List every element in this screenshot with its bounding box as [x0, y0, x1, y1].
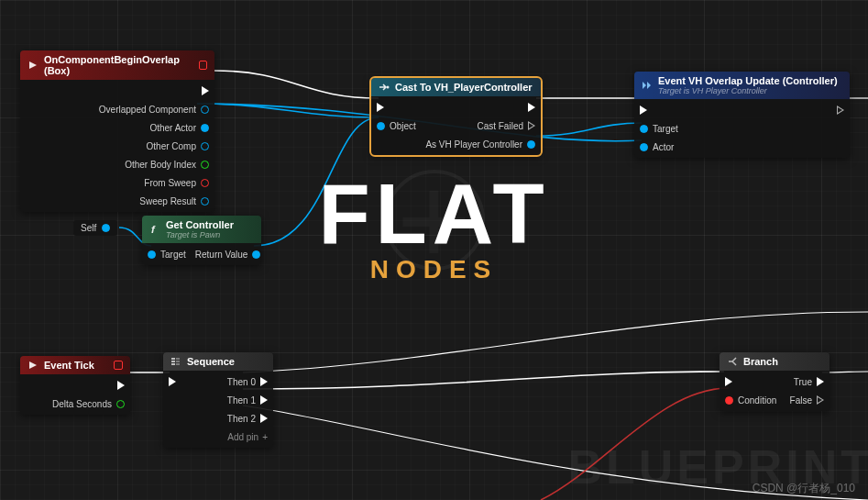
pin-sweep-result[interactable]: Sweep Result — [99, 194, 209, 208]
node-subtitle: Target is VH Player Controller — [658, 86, 838, 95]
exec-in-pin[interactable] — [640, 103, 678, 117]
pin-cast-failed[interactable]: Cast Failed — [425, 118, 535, 133]
event-icon — [27, 60, 38, 71]
hero-overlay: FLAT NODES — [318, 175, 549, 284]
node-header: Sequence — [163, 352, 273, 371]
pin-then-1[interactable]: Then 1 — [227, 393, 268, 407]
add-pin-button[interactable]: +Add pin — [227, 429, 268, 444]
node-header: f Get Controller Target is Pawn — [142, 216, 261, 243]
svg-rect-3 — [171, 361, 175, 362]
node-get-controller[interactable]: f Get Controller Target is Pawn Target R… — [142, 216, 261, 265]
exec-in-pin[interactable] — [725, 374, 776, 389]
pin-true[interactable]: True — [790, 374, 824, 389]
delegate-pin-icon[interactable] — [114, 361, 123, 370]
pin-object[interactable]: Object — [377, 118, 416, 133]
node-subtitle: Target is Pawn — [166, 230, 234, 239]
exec-in-pin[interactable] — [377, 100, 416, 115]
delegate-pin-icon[interactable] — [199, 61, 207, 70]
svg-point-1 — [387, 86, 390, 89]
node-header: OnComponentBeginOverlap (Box) — [20, 50, 214, 80]
pin-overlapped-component[interactable]: Overlapped Component — [99, 102, 209, 117]
event-icon — [27, 360, 38, 371]
node-title: Event Tick — [44, 360, 94, 371]
node-header: Event Tick — [20, 356, 130, 374]
function-icon: f — [149, 224, 160, 235]
node-branch[interactable]: Branch Condition True False — [720, 352, 830, 411]
sequence-icon — [170, 356, 181, 367]
node-event-tick[interactable]: Event Tick Delta Seconds — [20, 356, 130, 415]
node-title: Get Controller — [166, 219, 234, 230]
watermark-text: CSDN @行者杨_010 — [753, 481, 855, 496]
node-overlap-event[interactable]: OnComponentBeginOverlap (Box) Overlapped… — [20, 50, 214, 212]
event-call-icon — [642, 80, 653, 91]
svg-rect-4 — [171, 363, 175, 365]
self-out-pin[interactable] — [102, 224, 110, 232]
node-title: Event VH Overlap Update (Controller) — [658, 75, 838, 86]
pin-then-0[interactable]: Then 0 — [227, 374, 268, 389]
node-sequence[interactable]: Sequence Then 0 Then 1 Then 2 +Add pin — [163, 352, 273, 448]
pin-condition[interactable]: Condition — [725, 393, 776, 407]
hero-main-text: FLAT — [318, 175, 549, 251]
node-header: Cast To VH_PlayerController — [371, 78, 541, 96]
exec-in-pin[interactable] — [169, 374, 176, 389]
node-title: Branch — [743, 356, 778, 367]
node-header: Branch — [720, 352, 830, 371]
bg-zoom-plus-icon: + — [384, 170, 485, 271]
pin-actor[interactable]: Actor — [640, 139, 678, 154]
exec-out-pin[interactable] — [425, 100, 535, 115]
pin-other-body-index[interactable]: Other Body Index — [99, 157, 209, 172]
node-event-vh-overlap-update[interactable]: Event VH Overlap Update (Controller) Tar… — [634, 72, 850, 158]
node-title: OnComponentBeginOverlap (Box) — [44, 54, 193, 76]
hero-sub-text: NODES — [318, 255, 549, 284]
svg-text:f: f — [151, 224, 156, 235]
branch-icon — [727, 356, 738, 367]
exec-out-pin[interactable] — [837, 103, 844, 117]
pin-delta-seconds[interactable]: Delta Seconds — [52, 396, 125, 411]
pin-as-controller[interactable]: As VH Player Controller — [425, 137, 535, 151]
self-label: Self — [81, 223, 96, 233]
node-self-reference[interactable]: Self — [73, 220, 117, 236]
cast-icon — [379, 82, 390, 93]
pin-other-actor[interactable]: Other Actor — [99, 120, 209, 135]
svg-rect-2 — [171, 358, 175, 360]
node-cast-to-playercontroller[interactable]: Cast To VH_PlayerController Object Cast … — [371, 78, 541, 155]
pin-then-2[interactable]: Then 2 — [227, 411, 268, 426]
exec-out-pin[interactable] — [52, 378, 125, 393]
node-title: Sequence — [187, 356, 235, 367]
pin-other-comp[interactable]: Other Comp — [99, 139, 209, 153]
node-header: Event VH Overlap Update (Controller) Tar… — [634, 72, 850, 99]
pin-target[interactable]: Target — [640, 121, 678, 136]
pin-target[interactable]: Target — [148, 247, 186, 261]
node-title: Cast To VH_PlayerController — [395, 82, 533, 93]
pin-from-sweep[interactable]: From Sweep — [99, 175, 209, 190]
pin-return-value[interactable]: Return Value — [195, 247, 261, 261]
exec-out-pin[interactable] — [99, 83, 209, 98]
pin-false[interactable]: False — [790, 393, 824, 407]
